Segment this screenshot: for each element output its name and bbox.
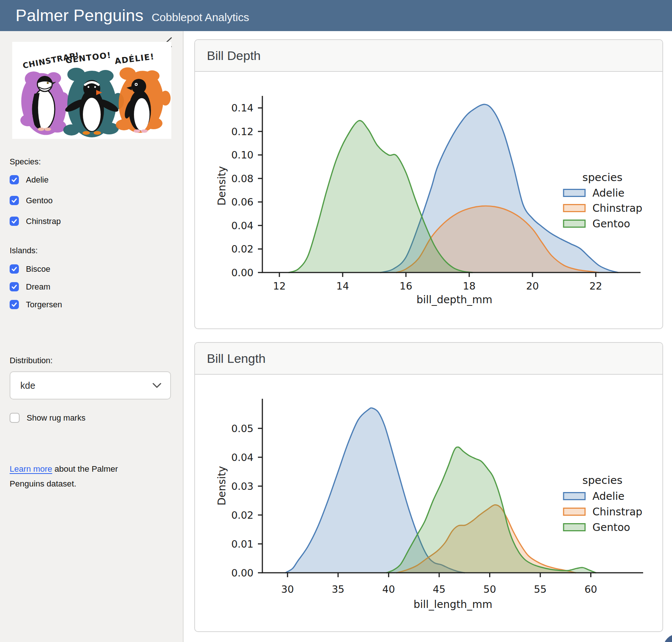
checkbox-row-torgersen[interactable]: Torgersen [10,300,62,310]
svg-text:55: 55 [534,584,547,595]
svg-text:45: 45 [433,584,446,595]
checkbox-label: Biscoe [26,264,50,274]
checkbox-label: Torgersen [26,300,62,310]
chevron-down-icon [152,383,161,388]
penguin-artwork: CHINSTRAP! GENTOO! ADÉLIE! [12,42,171,139]
svg-text:species: species [582,171,622,184]
svg-text:Adelie: Adelie [592,187,624,199]
card-bill-length-title: Bill Length [207,351,266,366]
svg-text:16: 16 [400,280,412,292]
svg-text:60: 60 [584,584,597,595]
checkbox-dream[interactable] [10,282,19,291]
checkbox-label: Dream [26,282,50,292]
main-content: Bill Depth 1214161820220.000.020.040.060… [184,31,672,642]
checkbox-show-rug-marks[interactable] [10,413,20,423]
svg-text:0.05: 0.05 [231,423,253,434]
learn-more-text: Learn more about the Palmer Penguins dat… [10,462,138,491]
distribution-select-value: kde [20,380,152,391]
checkbox-torgersen[interactable] [10,300,19,309]
checkbox-label: Adelie [26,175,48,185]
check-icon [11,266,17,272]
svg-text:0.02: 0.02 [231,509,253,521]
checkbox-gentoo[interactable] [10,196,19,205]
app-subtitle: Cobblepot Analytics [152,11,249,24]
svg-text:Adelie: Adelie [592,490,624,502]
svg-text:35: 35 [332,584,344,595]
species-section-label: Species: [10,157,41,167]
svg-text:14: 14 [336,280,349,292]
checkbox-row-gentoo[interactable]: Gentoo [10,195,53,205]
distribution-select[interactable]: kde [10,371,171,399]
svg-text:bill_depth_mm: bill_depth_mm [416,294,492,306]
checkbox-row-biscoe[interactable]: Biscoe [10,264,50,274]
sidebar: CHINSTRAP! GENTOO! ADÉLIE! Species: Adel… [0,31,184,642]
svg-text:0.00: 0.00 [231,267,253,278]
svg-text:0.02: 0.02 [231,243,253,255]
svg-text:40: 40 [382,584,395,595]
svg-text:bill_length_mm: bill_length_mm [414,598,493,611]
check-icon [11,284,17,290]
svg-text:20: 20 [526,280,539,292]
checkbox-row-adelie[interactable]: Adelie [10,175,48,185]
islands-section-label: Islands: [10,246,38,255]
card-bill-length: Bill Length 303540455055600.000.010.020.… [194,342,663,632]
check-icon [11,197,17,204]
svg-text:0.01: 0.01 [231,538,253,550]
card-bill-depth: Bill Depth 1214161820220.000.020.040.060… [194,39,663,329]
svg-text:species: species [582,474,622,486]
svg-text:30: 30 [281,584,294,595]
svg-text:0.04: 0.04 [231,220,253,231]
checkbox-row-dream[interactable]: Dream [10,282,50,292]
svg-text:Gentoo: Gentoo [592,521,630,534]
svg-text:Density: Density [216,166,228,205]
card-bill-length-body: 303540455055600.000.010.020.030.040.05bi… [195,375,662,632]
app-title: Palmer Penguins [16,0,144,31]
svg-text:Chinstrap: Chinstrap [592,506,642,518]
svg-text:0.06: 0.06 [231,196,253,208]
checkbox-label: Gentoo [26,196,53,205]
artwork-label-adelie: ADÉLIE! [114,52,155,66]
svg-text:12: 12 [273,280,286,292]
distribution-label: Distribution: [10,356,53,365]
svg-text:0.10: 0.10 [231,149,253,161]
check-icon [11,177,17,183]
svg-text:Gentoo: Gentoo [592,218,630,230]
bill-depth-kde-chart: 1214161820220.000.020.040.060.080.100.12… [195,72,662,328]
check-icon [11,301,17,308]
checkbox-label: Chinstrap [26,217,61,226]
svg-text:0.03: 0.03 [231,481,253,492]
checkbox-chinstrap[interactable] [10,217,19,226]
checkbox-row-chinstrap[interactable]: Chinstrap [10,216,61,226]
card-bill-depth-header: Bill Depth [195,40,662,72]
checkbox-row-rug[interactable]: Show rug marks [10,413,85,423]
bill-length-kde-chart: 303540455055600.000.010.020.030.040.05bi… [195,375,662,631]
checkbox-adelie[interactable] [10,175,19,184]
app-header: Palmer Penguins Cobblepot Analytics [0,0,672,31]
svg-text:Density: Density [216,466,228,505]
card-bill-length-header: Bill Length [195,343,662,375]
svg-text:22: 22 [589,280,602,292]
svg-text:18: 18 [463,280,476,292]
check-icon [11,218,17,224]
svg-text:50: 50 [483,584,496,595]
svg-text:0.12: 0.12 [231,126,253,137]
svg-text:Chinstrap: Chinstrap [592,202,642,214]
card-bill-depth-title: Bill Depth [207,49,261,63]
svg-text:0.14: 0.14 [231,102,253,114]
svg-text:0.00: 0.00 [231,567,253,579]
svg-text:0.04: 0.04 [231,452,253,463]
checkbox-biscoe[interactable] [10,264,19,274]
svg-text:0.08: 0.08 [231,173,253,184]
checkbox-label: Show rug marks [27,413,85,423]
card-bill-depth-body: 1214161820220.000.020.040.060.080.100.12… [195,72,662,329]
learn-more-link[interactable]: Learn more [10,464,52,474]
